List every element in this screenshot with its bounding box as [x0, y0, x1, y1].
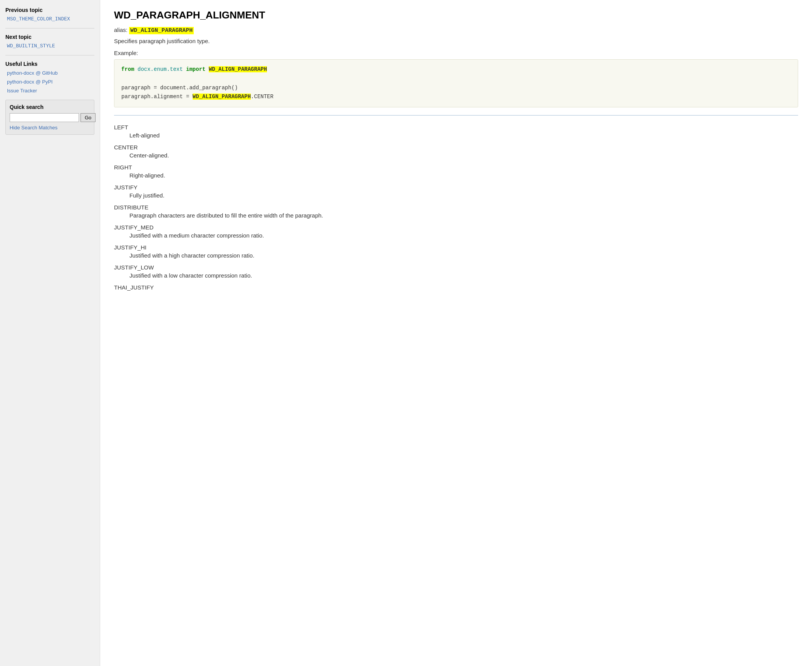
- previous-topic-section: Previous topic MSO_THEME_COLOR_INDEX: [5, 7, 94, 23]
- next-topic-link[interactable]: WD_BUILTIN_STYLE: [5, 42, 94, 50]
- code-line-3: paragraph.alignment = WD_ALIGN_PARAGRAPH…: [121, 92, 791, 102]
- sidebar-divider-1: [5, 28, 94, 28]
- code-line3-pre: paragraph.alignment =: [121, 94, 193, 100]
- enum-description: Justified with a medium character compre…: [114, 232, 798, 239]
- enum-name: THAI_JUSTIFY: [114, 284, 798, 291]
- enum-description: Right-aligned.: [114, 172, 798, 179]
- hide-search-matches-link[interactable]: Hide Search Matches: [10, 125, 57, 131]
- code-line-2: paragraph = document.add_paragraph(): [121, 84, 791, 93]
- sidebar-useful-link[interactable]: Issue Tracker: [5, 87, 94, 94]
- sidebar-divider-2: [5, 55, 94, 55]
- alias-line: alias: WD_ALIGN_PARAGRAPH: [114, 27, 798, 34]
- enum-items: LEFTLeft-alignedCENTERCenter-aligned.RIG…: [114, 124, 798, 292]
- enum-name: JUSTIFY_MED: [114, 224, 798, 231]
- page-title: WD_PARAGRAPH_ALIGNMENT: [114, 9, 798, 21]
- next-topic-label: Next topic: [5, 34, 94, 40]
- enum-description: Center-aligned.: [114, 152, 798, 159]
- enum-row: DISTRIBUTEParagraph characters are distr…: [114, 204, 798, 219]
- enum-description: Justified with a low character compressi…: [114, 272, 798, 279]
- code-import: import: [186, 66, 205, 72]
- enum-row: RIGHTRight-aligned.: [114, 164, 798, 179]
- enum-row: THAI_JUSTIFY: [114, 284, 798, 292]
- enum-description: Fully justified.: [114, 192, 798, 199]
- enum-row: CENTERCenter-aligned.: [114, 144, 798, 159]
- enum-row: JUSTIFY_HIJustified with a high characte…: [114, 244, 798, 259]
- sidebar: Previous topic MSO_THEME_COLOR_INDEX Nex…: [0, 0, 100, 666]
- enum-name: CENTER: [114, 144, 798, 151]
- section-divider: [114, 115, 798, 115]
- next-topic-section: Next topic WD_BUILTIN_STYLE: [5, 34, 94, 50]
- enum-name: DISTRIBUTE: [114, 204, 798, 211]
- enum-row: JUSTIFYFully justified.: [114, 184, 798, 199]
- example-label: Example:: [114, 50, 798, 56]
- main-content: WD_PARAGRAPH_ALIGNMENT alias: WD_ALIGN_P…: [100, 0, 812, 666]
- search-go-button[interactable]: Go: [81, 113, 96, 122]
- enum-row: LEFTLeft-aligned: [114, 124, 798, 139]
- useful-links-section: Useful Links python-docx @ GitHubpython-…: [5, 61, 94, 94]
- sidebar-useful-link[interactable]: python-docx @ GitHub: [5, 69, 94, 77]
- alias-prefix: alias:: [114, 27, 129, 33]
- code-line-1: from docx.enum.text import WD_ALIGN_PARA…: [121, 65, 791, 74]
- enum-name: JUSTIFY: [114, 184, 798, 191]
- previous-topic-label: Previous topic: [5, 7, 94, 13]
- enum-description: Justified with a high character compress…: [114, 252, 798, 259]
- quick-search-box: Quick search Go Hide Search Matches: [5, 100, 94, 135]
- enum-name: RIGHT: [114, 164, 798, 171]
- enum-name: JUSTIFY_HI: [114, 244, 798, 251]
- quick-search-title: Quick search: [10, 104, 90, 110]
- sidebar-useful-link[interactable]: python-docx @ PyPI: [5, 78, 94, 85]
- useful-links-label: Useful Links: [5, 61, 94, 67]
- code-from: from: [121, 66, 134, 72]
- code-import-name: WD_ALIGN_PARAGRAPH: [209, 66, 267, 72]
- code-module: docx.enum.text: [138, 66, 183, 72]
- alias-name: WD_ALIGN_PARAGRAPH: [129, 27, 194, 34]
- description: Specifies paragraph justification type.: [114, 38, 798, 44]
- enum-row: JUSTIFY_LOWJustified with a low characte…: [114, 264, 798, 279]
- search-row: Go: [10, 113, 90, 122]
- code-line3-post: .CENTER: [251, 94, 273, 100]
- enum-row: JUSTIFY_MEDJustified with a medium chara…: [114, 224, 798, 239]
- code-line3-highlight: WD_ALIGN_PARAGRAPH: [193, 94, 251, 100]
- enum-description: Left-aligned: [114, 132, 798, 139]
- enum-description: Paragraph characters are distributed to …: [114, 212, 798, 219]
- previous-topic-link[interactable]: MSO_THEME_COLOR_INDEX: [5, 15, 94, 23]
- code-block: from docx.enum.text import WD_ALIGN_PARA…: [114, 59, 798, 107]
- enum-name: LEFT: [114, 124, 798, 131]
- enum-name: JUSTIFY_LOW: [114, 264, 798, 271]
- search-input[interactable]: [10, 113, 79, 122]
- useful-links-list: python-docx @ GitHubpython-docx @ PyPIIs…: [5, 69, 94, 94]
